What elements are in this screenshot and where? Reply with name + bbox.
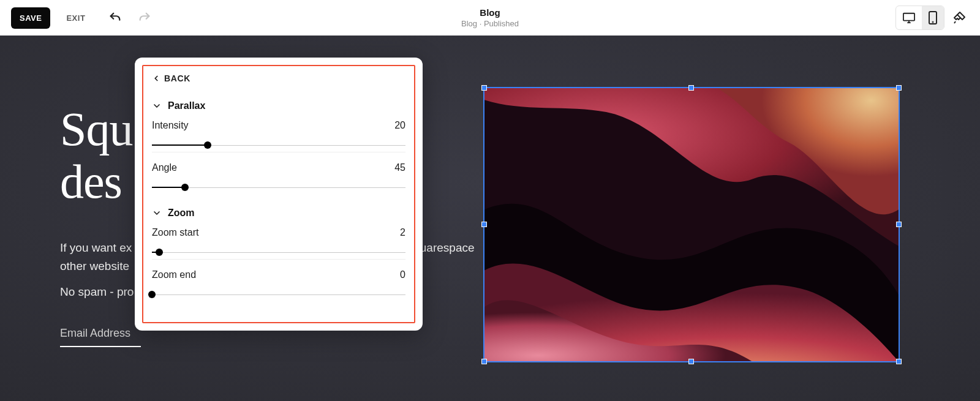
slider-track-angle[interactable] bbox=[152, 182, 405, 193]
chevron-down-icon bbox=[152, 208, 162, 218]
device-preview-group bbox=[895, 6, 944, 30]
slider-angle: Angle 45 bbox=[152, 162, 405, 194]
hero-sub-line2: other website bbox=[60, 260, 129, 272]
section-zoom: Zoom Zoom start 2 Zoom end bbox=[152, 204, 405, 301]
section-header-parallax[interactable]: Parallax bbox=[152, 97, 405, 120]
slider-track-zoom-end[interactable] bbox=[152, 289, 405, 300]
resize-handle-bottom-middle[interactable] bbox=[688, 359, 694, 364]
chevron-down-icon bbox=[152, 101, 162, 111]
section-header-zoom[interactable]: Zoom bbox=[152, 204, 405, 227]
slider-label-zoom-end: Zoom end bbox=[152, 269, 196, 280]
slider-thumb-zoom-start[interactable] bbox=[156, 249, 163, 256]
page-subtitle: Blog · Published bbox=[461, 19, 519, 28]
hero-sub-right: uarespace bbox=[420, 241, 475, 254]
hero-sub-left: If you want ex bbox=[60, 241, 132, 254]
section-title-zoom: Zoom bbox=[168, 208, 195, 219]
paintbrush-icon bbox=[952, 10, 967, 25]
save-button[interactable]: SAVE bbox=[11, 7, 50, 29]
undo-button[interactable] bbox=[106, 9, 124, 27]
page-title: Blog bbox=[461, 7, 519, 18]
resize-handle-top-middle[interactable] bbox=[688, 85, 694, 91]
effects-panel-highlighted-region: BACK Parallax Intensity 20 bbox=[142, 65, 415, 323]
desktop-icon bbox=[902, 12, 916, 24]
exit-button[interactable]: EXIT bbox=[66, 13, 85, 23]
slider-track-intensity[interactable] bbox=[152, 140, 405, 151]
slider-value-intensity: 20 bbox=[394, 120, 405, 131]
slider-label-angle: Angle bbox=[152, 162, 177, 173]
view-tools bbox=[895, 6, 969, 30]
desktop-view-button[interactable] bbox=[896, 6, 922, 29]
slider-value-angle: 45 bbox=[394, 162, 405, 173]
redo-icon bbox=[138, 11, 151, 24]
hero-nospam: No spam - pro bbox=[60, 285, 134, 299]
slider-thumb-angle[interactable] bbox=[181, 184, 189, 191]
canvas[interactable]: Squ xxxxxxxxx b des xxxxxxxxxx s. If you… bbox=[0, 36, 980, 401]
slider-label-zoom-start: Zoom start bbox=[152, 227, 198, 238]
email-address-field[interactable]: Email Address bbox=[60, 327, 141, 347]
page-title-block: Blog Blog · Published bbox=[461, 7, 519, 28]
hero-line1-left: Squ bbox=[60, 102, 132, 156]
mobile-view-button[interactable] bbox=[922, 6, 944, 29]
chevron-left-icon bbox=[152, 74, 160, 83]
styles-button[interactable] bbox=[949, 8, 969, 28]
undo-redo-group bbox=[106, 9, 154, 27]
slider-value-zoom-end: 0 bbox=[400, 269, 405, 280]
selected-image-block[interactable] bbox=[483, 87, 900, 362]
resize-handle-top-right[interactable] bbox=[896, 85, 902, 91]
resize-handle-middle-right[interactable] bbox=[896, 222, 902, 227]
redo-button[interactable] bbox=[135, 9, 154, 27]
resize-handle-bottom-right[interactable] bbox=[896, 359, 902, 364]
resize-handle-middle-left[interactable] bbox=[481, 222, 487, 227]
effects-panel: BACK Parallax Intensity 20 bbox=[135, 58, 423, 331]
hero-line2-left: des bbox=[60, 155, 122, 208]
slider-track-zoom-start[interactable] bbox=[152, 247, 405, 258]
slider-thumb-zoom-end[interactable] bbox=[148, 291, 156, 298]
slider-thumb-intensity[interactable] bbox=[204, 141, 211, 149]
mobile-icon bbox=[928, 11, 938, 24]
abstract-waves-image bbox=[484, 88, 899, 361]
slider-zoom-start: Zoom start 2 bbox=[152, 227, 405, 260]
top-toolbar: SAVE EXIT Blog Blog · Published bbox=[0, 0, 980, 36]
slider-zoom-end: Zoom end 0 bbox=[152, 269, 405, 301]
slider-value-zoom-start: 2 bbox=[400, 227, 405, 238]
svg-rect-0 bbox=[903, 13, 914, 21]
slider-label-intensity: Intensity bbox=[152, 120, 189, 131]
section-title-parallax: Parallax bbox=[168, 100, 205, 111]
resize-handle-top-left[interactable] bbox=[481, 85, 487, 91]
section-parallax: Parallax Intensity 20 Angle bbox=[152, 97, 405, 194]
back-label: BACK bbox=[164, 73, 190, 83]
resize-handle-bottom-left[interactable] bbox=[481, 359, 487, 364]
slider-intensity: Intensity 20 bbox=[152, 120, 405, 152]
svg-point-2 bbox=[933, 22, 933, 23]
undo-icon bbox=[108, 11, 122, 24]
back-button[interactable]: BACK bbox=[152, 73, 405, 83]
